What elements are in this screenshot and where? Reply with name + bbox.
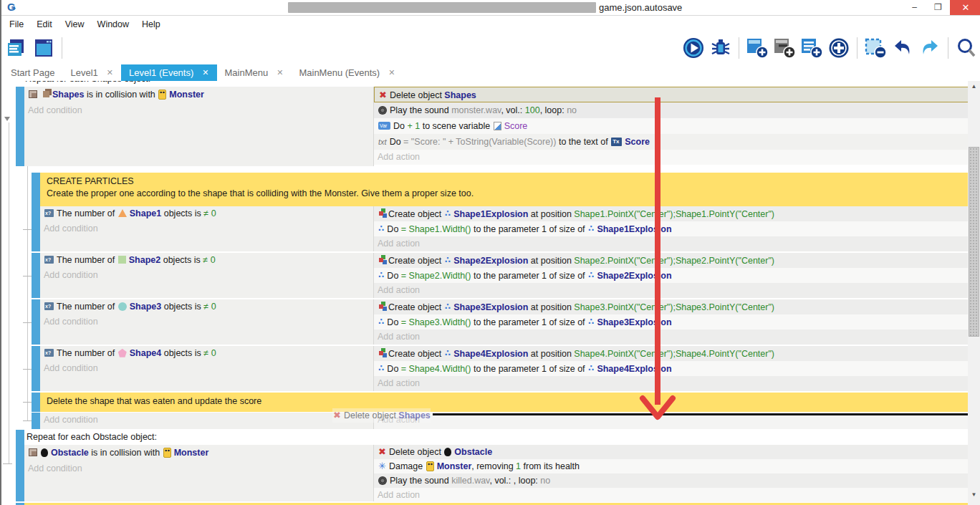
tree-tick (23, 402, 32, 403)
add-action-link[interactable]: Add action (374, 488, 969, 502)
tab-close-icon[interactable]: ✕ (388, 68, 395, 77)
action-create-shape3explosion[interactable]: Create object Shape3Explosion at positio… (374, 299, 969, 314)
add-condition-link[interactable]: Add condition (24, 461, 373, 476)
tab-level1[interactable]: Level1✕ (62, 64, 121, 81)
title-bar: Ǥ game.json.autosave – ❐ ✕ (1, 0, 980, 16)
add-condition-link[interactable]: Add condition (40, 268, 373, 283)
tab-level1-events[interactable]: Level1 (Events)✕ (121, 64, 217, 81)
action-damage-monster[interactable]: Damage Monster, removing 1 from its heal… (374, 459, 969, 473)
action-set-score-text[interactable]: Do = "Score: " + ToString(Variable(Score… (374, 134, 969, 150)
add-event-icon[interactable] (745, 36, 769, 60)
count-icon (44, 302, 54, 310)
condition-shape2-count[interactable]: The number of Shape2 objects is ≠ 0 (40, 253, 373, 268)
toolbar-separator (62, 37, 62, 59)
project-pages-icon[interactable] (4, 36, 29, 60)
tab-mainmenu[interactable]: MainMenu✕ (217, 64, 292, 81)
add-condition-link[interactable]: Add condition (40, 413, 373, 428)
shapes-icon (43, 91, 49, 97)
menu-view[interactable]: View (59, 19, 91, 29)
condition-shape4-count[interactable]: The number of Shape4 objects is ≠ 0 (40, 346, 373, 361)
event-header-repeat-obstacle[interactable]: Repeat for each Obstacle object: (24, 430, 969, 445)
menu-file[interactable]: File (3, 19, 30, 29)
scroll-down-icon[interactable]: ▼ (968, 489, 980, 501)
event2-actions: Delete object Obstacle Damage Monster, r… (373, 445, 969, 501)
event-bar[interactable] (16, 87, 24, 166)
tab-start-page[interactable]: Start Page (3, 64, 62, 81)
toolbar-separator (739, 37, 739, 59)
add-plus-icon[interactable] (827, 36, 851, 60)
tab-mainmenu-events[interactable]: MainMenu (Events)✕ (291, 64, 403, 81)
undo-icon[interactable] (890, 36, 915, 60)
tree-line (9, 122, 9, 463)
action-create-shape4explosion[interactable]: Create object Shape4Explosion at positio… (374, 346, 969, 361)
drag-ghost-delete-shapes: Delete object Shapes (332, 408, 431, 423)
shape1-conditions: The number of Shape1 objects is ≠ 0 Add … (40, 206, 373, 251)
search-icon[interactable] (954, 36, 979, 60)
action-size-shape3explosion[interactable]: Do = Shape3.Width() to the parameter 1 o… (374, 314, 969, 330)
event-bar[interactable] (32, 413, 40, 429)
menu-edit[interactable]: Edit (30, 19, 59, 29)
scrollbar-thumb[interactable] (969, 147, 979, 337)
event-bar[interactable] (32, 206, 40, 251)
comment-bar[interactable] (32, 393, 40, 412)
add-action-link[interactable]: Add action (374, 330, 969, 345)
minimize-button[interactable]: – (903, 0, 926, 15)
create-icon (379, 258, 383, 262)
add-comment-icon[interactable] (799, 36, 824, 60)
close-button[interactable]: ✕ (950, 0, 980, 15)
action-size-shape2explosion[interactable]: Do = Shape2.Width() to the parameter 1 o… (374, 268, 969, 283)
tree-tick (23, 420, 32, 421)
condition-shape3-count[interactable]: The number of Shape3 objects is ≠ 0 (40, 299, 373, 314)
action-delete-obstacle[interactable]: Delete object Obstacle (374, 445, 969, 459)
event-header-repeat-shapes[interactable]: Repeat for each Shapes object: (23, 81, 969, 87)
event-bar[interactable] (32, 253, 40, 298)
condition-shapes-collision[interactable]: Shapes is in collision with Monster (24, 87, 373, 102)
add-action-link[interactable]: Add action (374, 236, 969, 251)
restore-button[interactable]: ❐ (926, 0, 950, 15)
event-bar[interactable] (32, 299, 40, 345)
collapse-arrow-icon[interactable] (4, 117, 10, 121)
action-increment-score-variable[interactable]: Do + 1 to scene variable Score (374, 118, 969, 134)
action-create-shape2explosion[interactable]: Create object Shape2Explosion at positio… (374, 253, 969, 268)
condition-shape1-count[interactable]: The number of Shape1 objects is ≠ 0 (40, 206, 373, 221)
tab-close-icon[interactable]: ✕ (277, 68, 283, 77)
particle-icon (445, 253, 451, 268)
shape1-icon (118, 209, 127, 217)
add-condition-link[interactable]: Add condition (40, 361, 373, 376)
play-icon[interactable] (681, 36, 706, 60)
action-play-killed-sound[interactable]: Play the sound killed.wav, vol.: , loop:… (374, 473, 969, 488)
condition-obstacle-collision[interactable]: Obstacle is in collision with Monster (24, 445, 373, 461)
redo-icon[interactable] (918, 36, 942, 60)
particle-icon (588, 221, 594, 236)
event-bar[interactable] (32, 346, 40, 391)
add-action-link[interactable]: Add action (374, 376, 969, 391)
app-window: Ǥ game.json.autosave – ❐ ✕ File Edit Vie… (0, 0, 980, 505)
action-size-shape1explosion[interactable]: Do = Shape1.Width() to the parameter 1 o… (374, 221, 969, 236)
tab-close-icon[interactable]: ✕ (107, 68, 113, 77)
action-create-shape1explosion[interactable]: Create object Shape1Explosion at positio… (374, 206, 969, 221)
event1-conditions: Shapes is in collision with Monster Add … (24, 87, 373, 166)
debug-bug-icon[interactable] (708, 36, 733, 60)
window-title: game.json.autosave (599, 2, 682, 13)
action-delete-shapes-selected[interactable]: Delete object Shapes (374, 87, 969, 102)
remove-event-icon[interactable] (863, 36, 888, 60)
comment-create-particles[interactable]: CREATE PARTICLES Create the proper one a… (40, 173, 969, 206)
menu-window[interactable]: Window (91, 19, 135, 29)
add-subevent-icon[interactable] (772, 36, 797, 60)
scene-window-icon[interactable] (32, 36, 56, 60)
add-condition-link[interactable]: Add condition (24, 102, 373, 118)
drop-insertion-line (433, 413, 969, 415)
add-action-link[interactable]: Add action (374, 150, 969, 165)
action-play-monster-sound[interactable]: Play the sound monster.wav, vol.: 100, l… (374, 102, 969, 118)
add-condition-link[interactable]: Add condition (40, 221, 373, 236)
event-bar[interactable] (16, 430, 24, 501)
menu-help[interactable]: Help (135, 19, 167, 29)
add-action-link[interactable]: Add action (374, 283, 969, 298)
add-condition-link[interactable]: Add condition (40, 314, 373, 330)
action-size-shape4explosion[interactable]: Do = Shape4.Width() to the parameter 1 o… (374, 361, 969, 376)
tab-close-icon[interactable]: ✕ (202, 68, 208, 77)
comment-delete-shape[interactable]: Delete the shape that was eaten and upda… (40, 393, 969, 412)
comment-bar[interactable] (32, 173, 40, 206)
vertical-scrollbar[interactable]: ▲ ▼ (968, 81, 980, 505)
scroll-up-icon[interactable]: ▲ (968, 81, 980, 92)
